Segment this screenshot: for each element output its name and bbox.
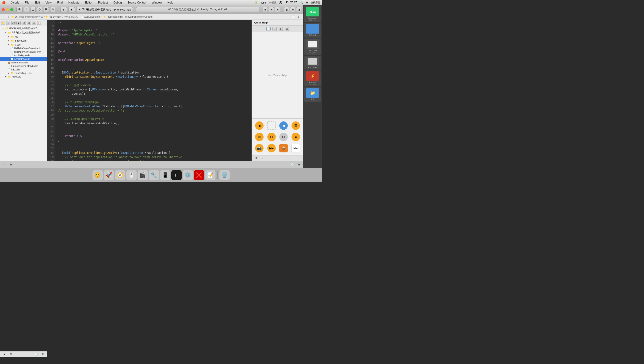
add-file-btn[interactable]: 📄 [290,14,295,20]
search-icon[interactable]: 🔍 [300,1,303,4]
right-item-snip1[interactable]: snip...png 07-·(优化 [304,39,321,55]
ui-element-back-btn[interactable]: ◀ [254,121,265,131]
sidebar-item-launchscreen[interactable]: 📄 LaunchScreen.storyboard [0,64,47,68]
error-btn[interactable]: ▲ [30,7,36,12]
ui-element-minus[interactable]: ⊟ [266,132,277,142]
menu-debug[interactable]: Debug [112,1,122,4]
dock-xmind[interactable]: ❌ [194,170,204,180]
control-icon[interactable]: ⊞ [306,1,308,4]
sidebar-item-supporting[interactable]: ▶ 📁 Supporting Files [0,71,47,75]
ui-element-label[interactable]: Label [290,143,301,153]
sidebar-item-products[interactable]: ▶ 📁 Products [0,75,47,79]
sidebar-item-appdelegate-m[interactable]: 📄 AppDelegate.m [0,57,47,61]
menu-product[interactable]: Product [97,1,109,4]
right-item-desktop[interactable]: 📁 桌面 [304,87,321,102]
grid-btn-bottom[interactable]: ⊞ [297,162,301,167]
breakpoint-btn[interactable]: ⋮ [24,7,29,12]
dock-tools[interactable]: 🔧 [149,170,159,180]
time-btn-bottom[interactable]: 🕐 [290,162,295,167]
breadcrumb-item-3[interactable]: AppDelegate.m [84,16,100,18]
menu-view[interactable]: View [44,1,52,4]
menu-editor[interactable]: Editor [84,1,94,4]
ui-element-back-nav[interactable]: ◀ [278,121,290,131]
inspector-info-btn[interactable]: ℹ [278,27,283,31]
test-btn[interactable]: ⬡ [37,7,42,12]
info-btn[interactable]: ℹ [296,14,301,20]
sidebar-item-root[interactable]: ▼ 📁 05-3种加定义控制器的方式 [0,26,47,31]
run-button[interactable]: ▶ [60,7,67,12]
menu-source-control[interactable]: Source Control [126,1,147,4]
dock-mouse[interactable]: 🖱️ [126,170,136,180]
utility-panel-btn[interactable]: ◨ [296,7,301,12]
dock-trash[interactable]: 🗑️ [220,170,230,180]
analyze-btn[interactable]: ☰ [44,7,49,12]
sidebar-item-appdelegate-h[interactable]: 📄 AppDelegate.h [0,54,47,57]
ui-element-lines[interactable]: ≡ [290,132,301,142]
dock-finder[interactable]: 😊 [92,170,103,180]
apple-menu[interactable]: 🍎 [2,1,6,4]
standard-editor-btn[interactable]: ■ [262,7,268,12]
ui-element-grid1[interactable]: ⊞ [254,132,265,142]
sidebar-breakpoint-btn[interactable]: ◈ [32,21,36,25]
minimize-button[interactable] [6,8,9,11]
menu-file[interactable]: File [24,1,30,4]
breadcrumb-item-1[interactable]: 05-3种加定义控制器的方式 [15,15,43,19]
sidebar-issue-btn[interactable]: ▲ [16,21,21,25]
sidebar-find-btn[interactable]: 🔍 [6,21,10,25]
ui-element-3d[interactable]: 📦 [278,143,290,153]
breadcrumb-item-2[interactable]: 05-3种加定义控制器的方式 [50,15,78,19]
inspector-scroll-btn[interactable]: ⌄ [260,156,265,161]
dock-launchpad[interactable]: 🚀 [104,170,114,180]
inspector-grid-btn[interactable]: ⊞ [285,27,289,31]
zoom-button[interactable] [10,8,13,11]
inspector-add-btn[interactable]: ⊞ [254,156,259,161]
ui-element-media[interactable]: ▶▶ [266,143,277,153]
dock-iphone[interactable]: 📱 [160,170,170,180]
dock-movie[interactable]: 🎬 [138,170,148,180]
menu-edit[interactable]: Edit [34,1,41,4]
right-item-ksi[interactable]: KSI...aster [304,56,321,70]
close-button[interactable] [2,8,5,11]
ui-element-square[interactable]: ⊡ [278,132,290,142]
dock-safari[interactable]: 🧭 [115,170,125,180]
ui-element-list[interactable]: ☰ [290,121,301,131]
dock-prefs[interactable]: ⚙️ [182,170,193,180]
inspector-doc-btn[interactable]: 📄 [266,27,270,31]
sidebar-item-info-plist[interactable]: 📄 Info.plist [0,68,47,71]
scheme-selector[interactable]: ⚒ 05-3种加定义·制器的方式 › iPhone 6s Plus [76,7,133,12]
profile-btn[interactable]: ✎ [50,7,56,12]
menu-window[interactable]: Window [151,1,163,4]
ui-element-dashed-rect[interactable] [266,121,277,131]
menu-xcode[interactable]: Xcode [10,1,20,4]
back-button[interactable]: ‹ [2,15,6,19]
sidebar-item-assets[interactable]: 📦 Assets.xcassets [0,61,47,64]
sidebar-item-project[interactable]: ▼ 📁 05-3种加定义控制器的方式 [0,31,47,35]
sidebar-vcs-btn[interactable]: ⎇ [11,21,16,25]
inspector-code-btn[interactable]: {} [272,27,277,31]
navigator-panel-btn[interactable]: ◧ [284,7,289,12]
sidebar-item-hmtvc-m[interactable]: 📄 HMTableViewController.m [0,50,47,54]
assistant-editor-btn[interactable]: ⊞ [269,7,274,12]
right-item-folder1[interactable]: 车丹分享 [304,23,321,38]
forward-button[interactable]: › [6,15,10,19]
sidebar-debug-btn[interactable]: ⊡ [27,21,31,25]
sidebar-item-xib[interactable]: ▶ 📁 xib [0,35,47,39]
code-content[interactable]: // #import "AppDelegate.h"#import "HMTab… [56,20,252,161]
breadcrumb-item-4[interactable]: -application:didFinishLaunchingWithOptio… [107,16,153,18]
debug-panel-btn[interactable]: ⊟ [290,7,295,12]
sidebar-item-storyboard[interactable]: ▶ 📁 Stroyboard [0,39,47,43]
sidebar-folder-btn[interactable]: 📁 [1,21,5,25]
sidebar-item-hmtvc-h[interactable]: 📄 HMTableViewController.h [0,47,47,50]
ui-element-camera[interactable]: 📷 [254,143,265,153]
sidebar-item-code[interactable]: ▼ 📁 Code [0,43,47,47]
navigator-toggle[interactable]: ☰ [16,7,22,12]
menu-navigate[interactable]: Navigate [67,1,80,4]
add-btn-bottom[interactable]: + [2,162,6,167]
code-editor[interactable]: 7891011121314151617181920212223242526272… [47,20,252,161]
stop-button[interactable]: ■ [68,7,75,12]
sidebar-log-btn[interactable]: 📋 [37,21,41,25]
dock-stickies[interactable]: 📝 [205,170,216,180]
layout-btn-bottom[interactable]: ⊞ [8,162,13,167]
dock-terminal[interactable]: $_ [171,170,182,180]
right-item-xlsx[interactable]: XLSX ios1....xlsx 第13...业生 [304,6,321,22]
